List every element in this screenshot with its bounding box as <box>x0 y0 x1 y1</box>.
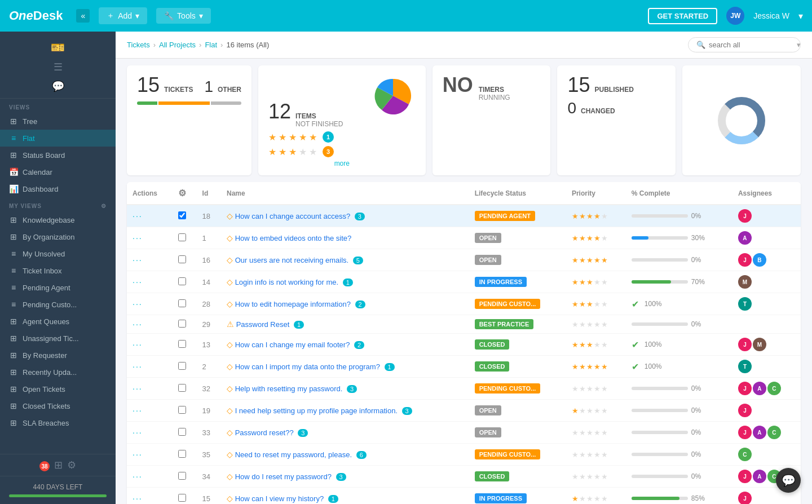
sidebar-item-knowledgebase[interactable]: ⊞ Knowledgebase <box>0 211 116 228</box>
sidebar-item-tree[interactable]: ⊞ Tree <box>0 113 116 130</box>
sidebar-item-sla-breaches[interactable]: ⊞ SLA Breaches <box>0 414 116 431</box>
assignees-cell: A <box>732 227 801 249</box>
ticket-icon: ◇ <box>227 472 233 481</box>
sidebar-item-by-organization[interactable]: ⊞ By Organization <box>0 228 116 245</box>
notification-badge[interactable]: 38 <box>39 461 50 471</box>
row-checkbox[interactable] <box>178 428 186 436</box>
priority-star: ★ <box>579 341 586 349</box>
search-dropdown-icon[interactable]: ▾ <box>797 41 801 49</box>
chat-badge: 2 <box>354 341 364 349</box>
add-button[interactable]: ＋ Add ▾ <box>99 7 147 24</box>
col-gear[interactable]: ⚙ <box>173 182 197 205</box>
row-actions-dots[interactable]: ··· <box>133 299 143 308</box>
collapse-sidebar-button[interactable]: « <box>76 9 90 23</box>
assignee-avatar: A <box>738 231 752 245</box>
row-checkbox[interactable] <box>178 494 186 502</box>
progress-bar-container <box>632 322 688 326</box>
sidebar-item-unassigned-tic[interactable]: ⊞ Unassigned Tic... <box>0 330 116 347</box>
sidebar-item-pending-agent[interactable]: ≡ Pending Agent <box>0 279 116 296</box>
ticket-name[interactable]: How do I reset my password? <box>235 472 332 481</box>
ticket-name[interactable]: Password Reset <box>236 320 290 329</box>
sidebar-icon-message[interactable]: 💬 <box>52 80 64 92</box>
sidebar-item-agent-queues[interactable]: ⊞ Agent Queues <box>0 313 116 330</box>
ticket-name[interactable]: Password reset?? <box>235 428 294 437</box>
row-actions-dots[interactable]: ··· <box>133 428 143 437</box>
row-actions-dots[interactable]: ··· <box>133 255 143 264</box>
sidebar-item-calendar[interactable]: 📅 Calendar <box>0 163 116 180</box>
row-actions-dots[interactable]: ··· <box>133 384 143 393</box>
row-checkbox[interactable] <box>178 277 186 285</box>
tickets-number: 15 <box>137 73 160 97</box>
ticket-name[interactable]: Login info is not working for me. <box>235 278 339 286</box>
sidebar-item-by-requester[interactable]: ⊞ By Requester <box>0 347 116 364</box>
row-checkbox[interactable] <box>178 406 186 414</box>
tickets-progress-green <box>137 101 157 105</box>
sidebar-item-dashboard[interactable]: 📊 Dashboard <box>0 180 116 197</box>
ticket-name[interactable]: How to embed videos onto the site? <box>235 234 352 242</box>
ticket-name[interactable]: Help with resetting my password. <box>235 384 343 393</box>
row-actions-dots[interactable]: ··· <box>133 277 143 286</box>
search-input[interactable] <box>709 41 793 49</box>
ticket-name[interactable]: I need help setting up my profile page i… <box>235 406 398 415</box>
row-actions-dots[interactable]: ··· <box>133 472 143 481</box>
chat-badge: 1 <box>294 321 304 329</box>
breadcrumb-all-projects[interactable]: All Projects <box>159 41 196 49</box>
row-checkbox[interactable] <box>178 320 186 328</box>
ticket-name[interactable]: How can I change account access? <box>235 212 351 220</box>
sidebar-bottom-icon2[interactable]: ⚙ <box>67 459 76 471</box>
my-views-settings-icon[interactable]: ⚙ <box>101 203 107 209</box>
row-actions-dots[interactable]: ··· <box>133 211 143 220</box>
sidebar-item-recently-upda[interactable]: ⊞ Recently Upda... <box>0 364 116 381</box>
sidebar-item-pending-custo[interactable]: ≡ Pending Custo... <box>0 296 116 313</box>
ticket-name[interactable]: How can I import my data onto the progra… <box>235 362 380 371</box>
row-actions-dots[interactable]: ··· <box>133 340 143 349</box>
sidebar-item-status-board[interactable]: ⊞ Status Board <box>0 147 116 163</box>
ticket-name[interactable]: How can I change my email footer? <box>235 341 350 349</box>
row-actions-dots[interactable]: ··· <box>133 406 143 415</box>
check-complete-icon: ✔ <box>632 339 639 350</box>
row-checkbox[interactable] <box>178 233 186 241</box>
sidebar-icon-tickets[interactable]: 🎫 <box>51 41 65 54</box>
items-more-link[interactable]: more <box>268 160 416 167</box>
row-actions-dots[interactable]: ··· <box>133 320 143 329</box>
user-chevron-icon[interactable]: ▾ <box>798 11 803 21</box>
sidebar-icon-list[interactable]: ☰ <box>54 61 63 73</box>
get-started-button[interactable]: GET STARTED <box>648 8 717 24</box>
name-cell: ◇ Password reset?? 3 <box>221 422 469 444</box>
ticket-name[interactable]: How to edit homepage information? <box>235 300 351 308</box>
row-actions-dots[interactable]: ··· <box>133 494 143 503</box>
row-actions-dots[interactable]: ··· <box>133 450 143 459</box>
gear-icon[interactable]: ⚙ <box>178 188 186 198</box>
sidebar-item-my-unsolved[interactable]: ≡ My Unsolved <box>0 245 116 262</box>
row-actions-dots[interactable]: ··· <box>133 233 143 242</box>
priority-stars: ★★★★★ <box>572 341 620 349</box>
breadcrumb-tickets[interactable]: Tickets <box>127 41 150 49</box>
sidebar-item-flat[interactable]: ≡ Flat <box>0 130 116 147</box>
row-checkbox[interactable] <box>178 384 186 392</box>
row-checkbox[interactable] <box>178 450 186 458</box>
row-checkbox[interactable] <box>178 211 186 219</box>
row-checkbox[interactable] <box>178 299 186 307</box>
chat-fab-button[interactable]: 💬 <box>776 468 801 493</box>
lifecycle-badge: OPEN <box>475 233 501 243</box>
items-stars-row1: ★ ★ ★ ★ ★ 1 <box>268 131 416 143</box>
sidebar-item-ticket-inbox[interactable]: ≡ Ticket Inbox <box>0 262 116 279</box>
tools-button[interactable]: 🔧 Tools ▾ <box>156 8 211 24</box>
sidebar-item-open-tickets[interactable]: ⊞ Open Tickets <box>0 381 116 397</box>
ticket-name[interactable]: How can I view my history? <box>235 494 324 503</box>
ticket-name[interactable]: Our users are not receiving emails. <box>235 256 349 264</box>
sidebar-item-closed-tickets[interactable]: ⊞ Closed Tickets <box>0 397 116 414</box>
row-checkbox[interactable] <box>178 340 186 348</box>
ticket-name[interactable]: Need to reset my password, please. <box>235 450 352 459</box>
assignees-container: T <box>738 297 795 311</box>
ticket-inbox-icon: ≡ <box>9 266 18 275</box>
row-checkbox[interactable] <box>178 362 186 370</box>
breadcrumb-flat[interactable]: Flat <box>205 41 217 49</box>
row-checkbox[interactable] <box>178 472 186 480</box>
row-checkbox[interactable] <box>178 255 186 263</box>
row-actions-dots[interactable]: ··· <box>133 362 143 371</box>
sidebar-label-my-unsolved: My Unsolved <box>23 250 65 258</box>
table-row: ··· 29 ⚠ Password Reset 1 BEST PRACTICE … <box>127 315 801 334</box>
sidebar-bottom-icon1[interactable]: ⊞ <box>54 459 63 471</box>
priority-star: ★ <box>579 278 586 286</box>
